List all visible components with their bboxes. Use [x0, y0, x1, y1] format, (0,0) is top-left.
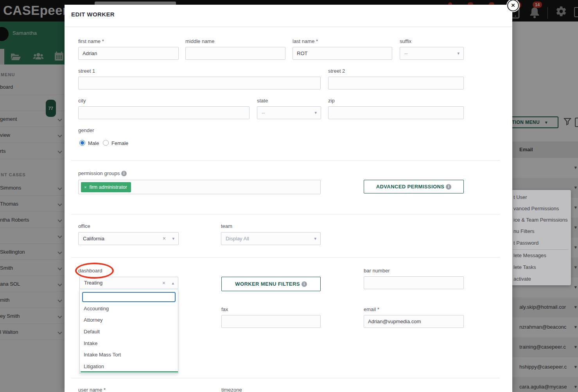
dropdown-search-input[interactable]	[82, 292, 176, 302]
team-label: team	[221, 223, 232, 229]
permission-groups-field[interactable]: ×firm administrator	[78, 180, 321, 194]
office-select[interactable]: California × ▾	[78, 232, 179, 245]
menu-item-password[interactable]: t Password	[513, 237, 539, 249]
screen: CASEpeer 2 14	[0, 0, 578, 392]
gender-female-label: Female	[111, 140, 128, 146]
divider	[65, 27, 512, 27]
dropdown-option[interactable]: Intake	[84, 340, 97, 346]
menu-item-delete-messages[interactable]: lete Messages	[513, 250, 546, 261]
menu-item-delete-tasks[interactable]: lete Tasks	[513, 261, 536, 273]
fax-label: fax	[221, 306, 228, 312]
timezone-label: timezone	[221, 387, 242, 392]
caret-down-icon: ▾	[172, 233, 174, 245]
street1-input[interactable]	[78, 77, 321, 89]
gender-male-radio[interactable]	[79, 140, 85, 146]
street1-label: street 1	[78, 68, 95, 74]
gender-female-radio[interactable]	[103, 140, 109, 146]
first-name-label: first name *	[78, 38, 104, 44]
caret-down-icon: ▾	[457, 47, 460, 59]
fax-input[interactable]	[221, 315, 321, 328]
caret-down-icon: ▾	[314, 107, 317, 119]
menu-item-office-team-permissions[interactable]: ice & Team Permissions	[513, 214, 567, 226]
menu-item-advanced-permissions[interactable]: vanced Permissions	[513, 203, 559, 215]
worker-menu-filters-button[interactable]: WORKER MENU FILTERS i	[221, 277, 321, 291]
office-label: office	[78, 223, 90, 229]
menu-item-deactivate[interactable]: activate	[513, 273, 531, 285]
clear-selection-icon[interactable]: ×	[162, 277, 165, 289]
selected-option-highlight	[81, 371, 178, 372]
info-icon: i	[446, 184, 451, 190]
gender-label: gender	[78, 127, 94, 133]
bar-number-label: bar number	[364, 268, 390, 274]
bar-number-input[interactable]	[364, 276, 464, 289]
dropdown-option[interactable]: Default	[84, 329, 100, 335]
street2-input[interactable]	[328, 77, 464, 89]
divider	[71, 160, 500, 161]
last-name-label: last name *	[293, 38, 318, 44]
advanced-permissions-button[interactable]: ADVANCED PERMISSIONS i	[364, 180, 464, 193]
caret-up-icon: ▴	[172, 277, 174, 289]
dropdown-option[interactable]: Litigation	[84, 363, 104, 369]
remove-tag-icon[interactable]: ×	[84, 185, 86, 190]
user-name-label: user name *	[78, 387, 106, 392]
zip-label: zip	[328, 98, 335, 104]
clear-selection-icon[interactable]: ×	[163, 233, 166, 245]
suffix-label: suffix	[400, 38, 411, 44]
permission-groups-label: permission groups i	[78, 170, 127, 176]
divider	[71, 257, 500, 258]
street2-label: street 2	[328, 68, 345, 74]
zip-input[interactable]	[328, 106, 464, 119]
state-select[interactable]: -- ▾	[257, 106, 321, 119]
team-select[interactable]: Display All ▾	[221, 232, 321, 245]
menu-item-edit-user[interactable]: t User	[513, 192, 527, 203]
last-name-input[interactable]	[293, 47, 392, 60]
modal-title: EDIT WORKER	[71, 11, 115, 18]
permission-group-tag: ×firm administrator	[81, 182, 131, 192]
dropdown-option[interactable]: Accounting	[84, 306, 109, 311]
city-label: city	[78, 98, 86, 104]
city-input[interactable]	[78, 106, 250, 119]
divider	[71, 214, 500, 215]
first-name-input[interactable]	[78, 47, 179, 60]
caret-down-icon: ▾	[314, 233, 316, 245]
email-input[interactable]	[364, 315, 464, 328]
info-icon[interactable]: i	[121, 171, 127, 176]
dropdown-option[interactable]: Intake Mass Tort	[84, 352, 121, 358]
info-icon: i	[302, 281, 307, 287]
suffix-select[interactable]: -- ▾	[400, 47, 464, 60]
state-label: state	[257, 98, 268, 104]
middle-name-input[interactable]	[185, 47, 285, 60]
edit-worker-modal: EDIT WORKER first name * middle name las…	[65, 5, 512, 392]
divider	[71, 378, 500, 378]
dashboard-dropdown-panel: Accounting Attorney Default Intake Intak…	[79, 289, 178, 374]
close-modal-button[interactable]: ×	[508, 0, 518, 11]
gender-male-label: Male	[88, 140, 99, 146]
middle-name-label: middle name	[185, 38, 214, 44]
menu-item-menu-filters[interactable]: nu Filters	[513, 226, 534, 237]
dropdown-option[interactable]: Attorney	[84, 317, 102, 323]
red-circle-annotation	[75, 263, 114, 279]
email-label: email *	[364, 306, 379, 312]
